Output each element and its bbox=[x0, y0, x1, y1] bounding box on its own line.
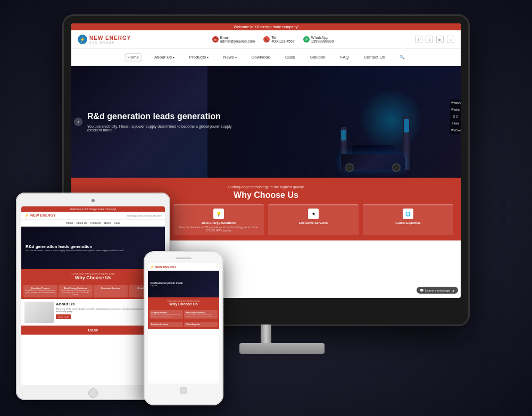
phone: ⚡ NEW ENERGY ☰ Professional power made &… bbox=[144, 251, 223, 405]
nav-about[interactable]: About Us bbox=[152, 54, 177, 61]
tablet-hero-sub: You use electricity, I heart, a power su… bbox=[26, 249, 124, 252]
whatsapp-value: 13588889999 bbox=[311, 39, 334, 43]
tablet-hero-content: R&d generation leads generation You use … bbox=[26, 244, 124, 252]
phone-features-row2: Exclusive Services Global Expertise bbox=[148, 320, 219, 329]
side-wechat2-btn[interactable]: WeChat bbox=[450, 127, 461, 134]
search-icon[interactable]: 🔍 bbox=[397, 54, 407, 61]
hero-glow bbox=[359, 88, 423, 152]
hero-subtitle: You use electricity, I heart, a power su… bbox=[87, 124, 236, 132]
why-subtitle: Cutting-edge technology to the highest q… bbox=[82, 185, 450, 189]
feature-icon-services: ★ bbox=[308, 209, 319, 219]
tablet-feat-desc-1: Have GMP and PCB facilities to ensure th… bbox=[25, 289, 56, 294]
leave-msg-icon: 💬 bbox=[420, 288, 423, 292]
hero-prev-button[interactable]: ‹ bbox=[74, 118, 82, 126]
leave-msg-label: Leave a message bbox=[425, 289, 450, 292]
phone-feat-1: Complete Process Have GMP and PCB facili… bbox=[149, 310, 183, 319]
feature-title-global: Global Expertise bbox=[366, 221, 450, 224]
tab-nav-products[interactable]: Products bbox=[90, 221, 101, 224]
feature-exclusive-services: ★ Exclusive Services bbox=[268, 204, 359, 235]
nav-case[interactable]: Case bbox=[283, 54, 297, 61]
nav-contact[interactable]: Contact Us bbox=[362, 54, 387, 61]
logo-icon-char: ⚡ bbox=[80, 37, 85, 42]
top-announcement-bar: Welcome to XX foreign trade company! bbox=[71, 23, 461, 30]
phone-nav-icon[interactable]: ☰ bbox=[215, 266, 217, 268]
feature-title-energy: Best Energy Solutions bbox=[177, 221, 261, 224]
phone-feat-title-4: Global Expertise bbox=[186, 323, 216, 326]
monitor-stand bbox=[239, 325, 293, 356]
tab-nav-home[interactable]: Home bbox=[66, 221, 73, 224]
tablet-case-title: Case bbox=[88, 328, 98, 332]
tel-details: Tel: 400-123-4567 bbox=[271, 36, 295, 43]
phone-hero: Professional power made & provide... bbox=[148, 271, 219, 297]
feature-title-services: Exclusive Services bbox=[271, 221, 355, 224]
hero-content: R&d generation leads generation You use … bbox=[71, 112, 252, 132]
tablet-about-image bbox=[24, 302, 54, 323]
tablet-feat-1: Complete Process Have GMP and PCB facili… bbox=[23, 285, 57, 297]
phone-site: ⚡ NEW ENERGY ☰ Professional power made &… bbox=[148, 263, 219, 384]
tablet-learn-more-btn[interactable]: Learn more bbox=[56, 314, 71, 319]
email-label: Email bbox=[220, 36, 255, 39]
tel-label: Tel: bbox=[271, 36, 295, 39]
nav-faq[interactable]: FAQ bbox=[338, 54, 351, 61]
tablet-nav: Home About Us Products News Case bbox=[21, 220, 165, 227]
tel-contact: 📞 Tel: 400-123-4567 bbox=[263, 36, 295, 43]
whatsapp-details: WhatsApp 13588889999 bbox=[311, 36, 334, 43]
email-details: Email admin@youweb.com bbox=[220, 36, 255, 43]
tab-nav-case[interactable]: Case bbox=[114, 221, 120, 224]
contact-info: ✉ Email admin@youweb.com 📞 Tel: bbox=[212, 36, 334, 43]
nav-products[interactable]: Products bbox=[187, 54, 211, 61]
scene: Welcome to XX foreign trade company! ⚡ N… bbox=[0, 0, 532, 416]
email-value: admin@youweb.com bbox=[220, 39, 255, 43]
side-wechat-btn[interactable]: Wechat bbox=[450, 106, 461, 113]
phone-speaker bbox=[176, 257, 192, 259]
nav-home[interactable]: Home bbox=[125, 53, 142, 61]
phone-features-row1: Complete Process Have GMP and PCB facili… bbox=[148, 309, 219, 320]
email-icon: ✉ bbox=[212, 36, 219, 43]
car-wheel-left bbox=[345, 163, 354, 172]
tablet-contact-mini: admin@youweb.com | 400-123-4567 bbox=[127, 214, 162, 217]
phone-why: Cutting-edge technology to the highest q… bbox=[148, 297, 219, 309]
email-contact: ✉ Email admin@youweb.com bbox=[212, 36, 255, 43]
hero-title: R&d generation leads generation bbox=[87, 112, 236, 121]
phone-home-button[interactable] bbox=[180, 387, 187, 394]
whatsapp-contact: W WhatsApp 13588889999 bbox=[303, 36, 334, 43]
car-body bbox=[341, 154, 405, 170]
tab-nav-news[interactable]: News bbox=[104, 221, 111, 224]
tel-icon: 📞 bbox=[263, 36, 270, 43]
side-whatsapp-btn[interactable]: WhatsApp bbox=[450, 99, 461, 106]
linkedin-icon[interactable]: in bbox=[436, 36, 444, 43]
nav-solution[interactable]: Solution bbox=[308, 54, 328, 61]
whatsapp-label: WhatsApp bbox=[311, 36, 334, 39]
phone-feat-3: Exclusive Services bbox=[149, 322, 183, 327]
side-qq-btn[interactable]: Q Q bbox=[450, 113, 461, 120]
tab-nav-about[interactable]: About Us bbox=[76, 221, 87, 224]
tablet-home-button[interactable] bbox=[88, 388, 98, 398]
logo-brand-name: NEW ENERGY bbox=[89, 35, 131, 41]
tablet-feat-title-3: Exclusive Services bbox=[95, 287, 126, 289]
tablet-hero-title: R&d generation leads generation bbox=[26, 244, 124, 249]
nav-bar: Home About Us Products News Download Cas… bbox=[71, 49, 461, 66]
car-silhouette bbox=[341, 146, 405, 170]
tel-value: 400-123-4567 bbox=[271, 39, 295, 43]
leave-message-button[interactable]: 💬 Leave a message ▲ bbox=[417, 287, 458, 294]
tablet-camera bbox=[92, 199, 95, 202]
twitter-icon[interactable]: t bbox=[426, 36, 433, 43]
facebook-icon[interactable]: f bbox=[415, 36, 422, 43]
feature-icon-energy: 💡 bbox=[213, 209, 224, 219]
tablet-feat-desc-2: Over the decades of IOT experience at th… bbox=[60, 289, 91, 296]
feature-global-expertise: 🌐 Global Expertise bbox=[363, 204, 453, 235]
tablet-logo: ⚡ NEW ENERGY bbox=[24, 213, 56, 218]
nav-download[interactable]: Download bbox=[250, 54, 273, 61]
feature-icon-global: 🌐 bbox=[403, 209, 413, 219]
instagram-icon[interactable]: ○ bbox=[447, 36, 454, 43]
tablet-feat-3: Exclusive Services bbox=[94, 285, 128, 297]
logo-tagline: XXX GROUP bbox=[89, 41, 131, 44]
phone-hero-content: Professional power made & provide... bbox=[151, 281, 183, 287]
tablet-topbar: Welcome to XX foreign trade company! bbox=[21, 206, 165, 212]
whatsapp-icon: W bbox=[303, 36, 310, 43]
social-icons: f t in ○ bbox=[415, 36, 454, 43]
nav-news[interactable]: News bbox=[221, 54, 239, 61]
logo-text: NEW ENERGY XXX GROUP bbox=[89, 35, 131, 44]
phone-screen: ⚡ NEW ENERGY ☰ Professional power made &… bbox=[148, 263, 219, 384]
side-email-btn[interactable]: E-Mail bbox=[450, 120, 461, 127]
